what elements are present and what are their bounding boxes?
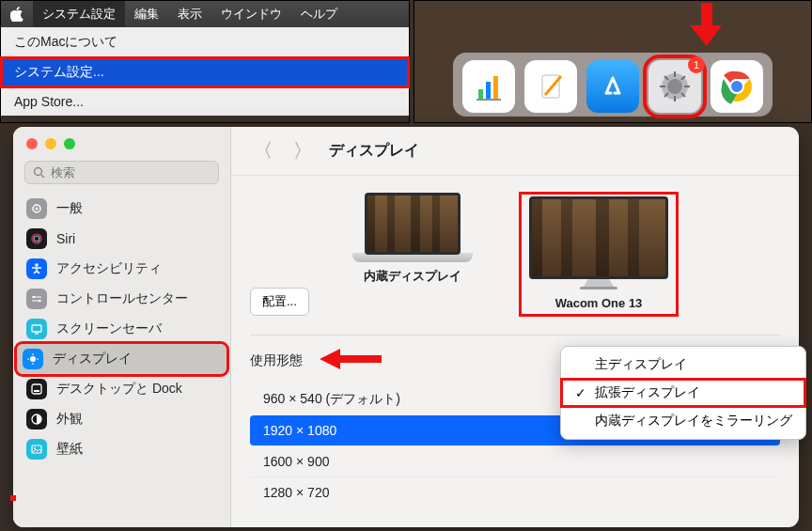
arrange-button[interactable]: 配置... [250,288,309,316]
dock: 1 [453,53,773,117]
gear-icon [26,198,47,219]
svg-line-19 [41,175,44,178]
sidebar-item-label: コントロールセンター [56,290,188,307]
sidebar-item-label: 一般 [56,200,83,217]
dock-icon-app-store[interactable] [586,60,639,113]
sidebar-item-label: 外観 [56,411,83,428]
svg-rect-36 [32,384,41,394]
annotation-arrow-left-icon [320,349,382,372]
resolution-option[interactable]: 1280 × 720 [250,476,780,508]
search-field[interactable] [24,161,219,184]
sidebar-item-label: デスクトップと Dock [56,381,182,398]
sidebar-item-appear[interactable]: 外観 [13,404,230,434]
apple-menu-icon[interactable] [1,1,33,27]
ssaver-icon [26,319,47,339]
sidebar-item-dock[interactable]: デスクトップと Dock [13,374,230,404]
system-settings-window: 一般Siriアクセシビリティコントロールセンタースクリーンセーバディスプレイデス… [13,127,799,527]
popup-item-mirror[interactable]: 内蔵ディスプレイをミラーリング [561,407,805,435]
svg-rect-1 [486,82,491,99]
menubar-item-view[interactable]: 表示 [168,1,211,27]
search-input[interactable] [51,165,211,180]
sidebar: 一般Siriアクセシビリティコントロールセンタースクリーンセーバディスプレイデス… [13,127,231,527]
resolution-option[interactable]: 1600 × 900 [250,445,780,476]
sidebar-item-siri[interactable]: Siri [13,224,230,254]
sidebar-item-ssaver[interactable]: スクリーンセーバ [13,314,230,344]
display-external-thumb [529,196,668,279]
sidebar-item-access[interactable]: アクセシビリティ [13,254,230,284]
popup-item-main-display[interactable]: 主ディスプレイ [561,351,805,379]
display-external-label: Wacom One 13 [555,296,643,310]
menubar-item-window[interactable]: ウインドウ [211,1,291,27]
menubar-item-system-settings[interactable]: システム設定 [33,1,125,27]
sidebar-item-label: Siri [56,231,75,246]
svg-rect-2 [493,76,498,99]
titlebar: 〈 〉 ディスプレイ [231,127,799,176]
menubar-item-help[interactable]: ヘルプ [291,1,347,27]
usage-popup: 主ディスプレイ ✓拡張ディスプレイ 内蔵ディスプレイをミラーリング [560,346,806,440]
dock-icon-numbers[interactable] [462,60,515,113]
sidebar-item-label: ディスプレイ [53,351,132,367]
appear-icon [26,409,47,429]
minimize-button[interactable] [45,138,56,149]
sidebar-item-label: スクリーンセーバ [56,320,162,337]
window-controls [13,127,230,155]
nav-back-icon[interactable]: 〈 [250,138,276,164]
main-content: 〈 〉 ディスプレイ 配置... 内蔵ディスプレイ Wacom One 13 [231,127,799,527]
dock-badge: 1 [688,56,705,73]
svg-point-18 [35,168,42,176]
dock-icon-chrome[interactable] [710,60,763,113]
svg-point-6 [667,79,682,94]
wallpaper-icon [26,439,47,460]
svg-point-24 [35,263,39,267]
annotation-arrow-down-icon [690,3,724,48]
svg-point-23 [34,236,39,242]
menu-item-about-mac[interactable]: このMacについて [1,27,409,57]
svg-point-21 [36,208,39,211]
display-icon [23,349,43,369]
svg-point-31 [30,356,36,362]
nav-forward-icon: 〉 [289,138,316,164]
siri-icon [26,228,47,249]
sidebar-list: 一般Siriアクセシビリティコントロールセンタースクリーンセーバディスプレイデス… [13,194,230,527]
dock-icon-pages[interactable] [524,60,577,113]
page-title: ディスプレイ [329,141,419,161]
control-icon [26,289,47,309]
display-arrangement-area: 配置... 内蔵ディスプレイ Wacom One 13 [231,176,799,321]
svg-rect-3 [476,99,501,101]
menubar-panel: システム設定 編集 表示 ウインドウ ヘルプ このMacについて システム設定.… [0,0,410,123]
menubar-item-edit[interactable]: 編集 [125,1,168,27]
search-icon [33,166,45,179]
zoom-button[interactable] [64,138,75,149]
popup-item-extended-display[interactable]: ✓拡張ディスプレイ [561,379,805,407]
svg-rect-37 [34,390,39,392]
close-button[interactable] [26,138,38,149]
dock-icon [26,379,47,399]
svg-rect-41 [580,287,617,289]
svg-rect-29 [32,325,41,332]
usage-label: 使用形態 [250,352,303,369]
menu-item-system-settings[interactable]: システム設定... [1,57,409,87]
display-internal-label: 内蔵ディスプレイ [364,268,461,285]
display-internal-thumb [365,193,461,255]
access-icon [26,258,47,279]
dock-icon-system-settings[interactable]: 1 [648,60,701,113]
sidebar-item-wallpaper[interactable]: 壁紙 [13,434,230,464]
sidebar-item-label: アクセシビリティ [56,260,162,277]
dock-panel: 1 [414,0,812,123]
apple-menu-dropdown: このMacについて システム設定... App Store... [1,27,409,116]
display-internal[interactable]: 内蔵ディスプレイ [352,193,473,316]
menu-item-app-store[interactable]: App Store... [1,87,409,116]
sidebar-item-label: 壁紙 [56,441,83,458]
sidebar-item-display[interactable]: ディスプレイ [17,344,226,374]
sidebar-item-gear[interactable]: 一般 [13,194,230,224]
svg-rect-0 [478,89,483,99]
sidebar-item-control[interactable]: コントロールセンター [13,284,230,314]
menubar: システム設定 編集 表示 ウインドウ ヘルプ [1,1,409,27]
display-external[interactable]: Wacom One 13 [520,193,678,316]
